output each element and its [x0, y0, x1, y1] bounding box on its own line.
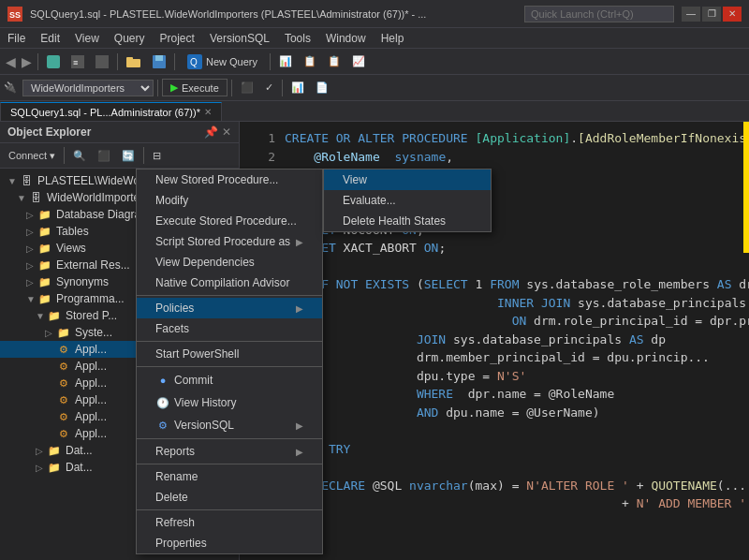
ctx-properties[interactable]: Properties [137, 533, 322, 553]
ctx-modify[interactable]: Modify [137, 190, 322, 211]
ctx-view-deps[interactable]: View Dependencies [137, 252, 322, 273]
back-button[interactable]: ◀ [4, 54, 18, 69]
restore-button[interactable]: ❐ [702, 7, 721, 22]
oe-dat2-label: Dat... [66, 461, 93, 474]
ctx-delete[interactable]: Delete [137, 487, 322, 508]
save-button[interactable] [148, 52, 170, 72]
oe-toolbar: Connect ▾ 🔍 ⬛ 🔄 ⊟ [0, 143, 239, 169]
quick-launch-input[interactable] [524, 6, 674, 22]
ctx-view-history[interactable]: 🕐 View History [137, 391, 322, 414]
minimize-button[interactable]: — [682, 7, 700, 22]
parse-btn[interactable]: ✓ [260, 78, 278, 98]
ctx-versionsql[interactable]: ⚙ VersionSQL ▶ [137, 414, 322, 436]
menu-tools[interactable]: Tools [277, 28, 318, 48]
oe-views-label: Views [56, 242, 86, 255]
toolbar-btn3[interactable] [91, 52, 113, 72]
oe-programma-label: Programma... [56, 292, 125, 305]
stop-btn[interactable]: ⬛ [236, 78, 258, 98]
ctx-script-stored-proc[interactable]: Script Stored Procedure as ▶ [137, 231, 322, 252]
oe-stop-button[interactable]: ⬛ [93, 145, 115, 166]
oe-dat1-arrow: ▷ [36, 446, 45, 456]
separator5 [157, 80, 158, 96]
ctx-policies-arrow: ▶ [296, 303, 303, 314]
ctx-execute-stored-proc-label: Execute Stored Procedure... [155, 214, 297, 228]
ctx-delete-label: Delete [155, 491, 188, 504]
sub-policies-evaluate[interactable]: Evaluate... [324, 190, 491, 211]
ctx-start-powershell[interactable]: Start PowerShell [137, 344, 322, 364]
db-btn2[interactable]: 📋 [299, 52, 321, 72]
results-text-btn[interactable]: 📄 [311, 78, 333, 98]
execute-button[interactable]: ▶ Execute [162, 79, 228, 96]
oe-pin-button[interactable]: 📌 [204, 125, 218, 139]
ctx-refresh[interactable]: Refresh [137, 512, 322, 533]
menu-file[interactable]: File [0, 28, 33, 48]
oe-external-icon: 📁 [37, 258, 52, 273]
results-grid-btn[interactable]: 📊 [286, 78, 309, 98]
svg-rect-9 [155, 55, 163, 61]
oe-db-arrow: ▼ [17, 193, 26, 203]
oe-diagrams-icon: 📁 [37, 207, 52, 222]
oe-collapse-button[interactable]: ⊟ [148, 145, 166, 166]
ctx-view-history-inner: 🕐 View History [155, 395, 236, 410]
ctx-commit[interactable]: ● Commit [137, 369, 322, 391]
toolbar-query: 🔌 WideWorldImporters ▶ Execute ⬛ ✓ 📊 📄 [0, 75, 749, 101]
yellow-indicator [743, 122, 749, 560]
oe-app5-label: Appl... [75, 410, 107, 423]
toolbar-btn2[interactable]: ≡ [66, 52, 89, 72]
oe-dat1-icon: 📁 [47, 443, 62, 458]
ctx-new-stored-proc[interactable]: New Stored Procedure... [137, 169, 322, 190]
open-file-button[interactable] [122, 52, 146, 72]
menu-help[interactable]: Help [374, 28, 412, 48]
ctx-rename[interactable]: Rename [137, 466, 322, 487]
oe-views-icon: 📁 [37, 241, 52, 256]
db-btn1[interactable]: 📊 [274, 52, 297, 72]
oe-controls: 📌 ✕ [204, 125, 231, 139]
oe-app2-label: Appl... [75, 360, 107, 373]
tab-bar: SQLQuery1.sql - PL...Administrator (67))… [0, 101, 749, 122]
close-button[interactable]: ✕ [723, 7, 742, 22]
svg-text:SS: SS [9, 10, 21, 20]
oe-close-button[interactable]: ✕ [222, 125, 231, 139]
database-selector[interactable]: WideWorldImporters [22, 80, 154, 96]
ctx-sep2 [137, 341, 322, 342]
menu-view[interactable]: View [67, 28, 107, 48]
oe-system-arrow: ▷ [45, 328, 54, 338]
ctx-policies[interactable]: Policies ▶ [137, 298, 322, 318]
ctx-native-comp[interactable]: Native Compilation Advisor [137, 273, 322, 293]
ctx-versionsql-label: VersionSQL [174, 419, 234, 432]
db-btn4[interactable]: 📈 [347, 52, 370, 72]
menu-edit[interactable]: Edit [33, 28, 67, 48]
tab-close-button[interactable]: ✕ [204, 107, 212, 117]
sub-policies-view-label: View [343, 173, 367, 186]
menu-versionsql[interactable]: VersionSQL [202, 28, 277, 48]
sub-policies-delete[interactable]: Delete Health States [324, 211, 491, 231]
tab-label: SQLQuery1.sql - PL...Administrator (67))… [10, 107, 200, 118]
new-query-button[interactable]: Q New Query [179, 52, 266, 72]
oe-system-icon: 📁 [56, 325, 71, 340]
oe-connect-button[interactable]: Connect ▾ [4, 145, 60, 166]
toolbar-btn1[interactable] [42, 52, 65, 72]
tab-sqlquery1[interactable]: SQLQuery1.sql - PL...Administrator (67))… [0, 102, 222, 121]
forward-button[interactable]: ▶ [20, 54, 34, 69]
ctx-execute-stored-proc[interactable]: Execute Stored Procedure... [137, 211, 322, 231]
context-menu: New Stored Procedure... Modify Execute S… [136, 169, 323, 554]
menu-project[interactable]: Project [153, 28, 202, 48]
oe-filter-button[interactable]: 🔍 [68, 145, 91, 166]
menu-window[interactable]: Window [318, 28, 374, 48]
separator1 [37, 53, 38, 70]
oe-server-icon: 🗄 [19, 173, 34, 188]
oe-app1-label: Appl... [75, 343, 107, 356]
submenu-policies: View Evaluate... Delete Health States [323, 169, 492, 232]
ctx-sep5 [137, 464, 322, 464]
oe-connect-label: Connect ▾ [8, 150, 55, 162]
separator4 [270, 53, 271, 70]
separator2 [117, 53, 118, 70]
db-btn3[interactable]: 📋 [323, 52, 345, 72]
sub-policies-view[interactable]: View [324, 169, 491, 190]
menu-query[interactable]: Query [107, 28, 153, 48]
ctx-reports[interactable]: Reports ▶ [137, 441, 322, 462]
ctx-facets[interactable]: Facets [137, 318, 322, 339]
oe-refresh-button[interactable]: 🔄 [117, 145, 140, 166]
oe-tables-arrow: ▷ [26, 227, 36, 237]
execute-label: Execute [182, 82, 219, 94]
